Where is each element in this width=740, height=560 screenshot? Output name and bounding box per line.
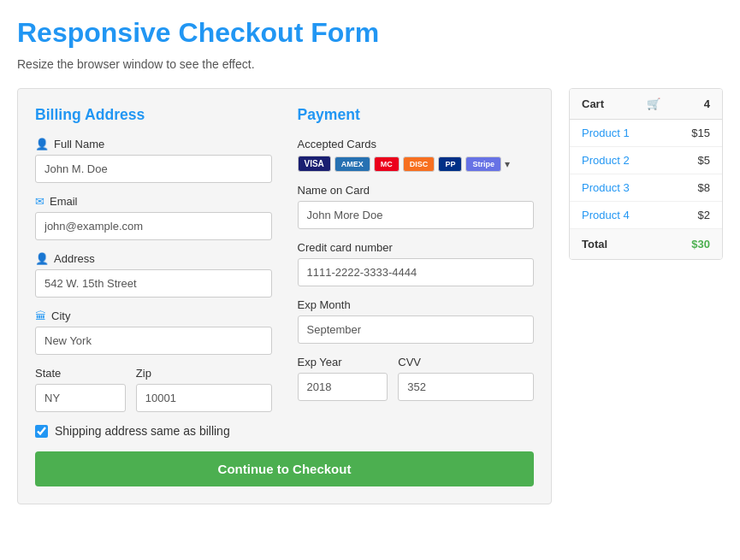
exp-month-label: Exp Month [298,298,535,311]
cart-item-2-price: $5 [698,154,710,167]
cart-item-3: Product 3 $8 [570,174,722,202]
name-on-card-input[interactable] [298,201,535,229]
cart-icon: 🛒 [647,97,660,110]
cart-item-4: Product 4 $2 [570,202,722,229]
payment-column: Payment Accepted Cards VISA AMEX MC DISC… [298,106,535,438]
accepted-cards-group: Accepted Cards VISA AMEX MC DISC PP Stri… [298,138,535,172]
address-group: 👤 Address [35,252,272,298]
full-name-group: 👤 Full Name [35,138,272,183]
state-label: State [35,367,126,380]
form-container: Billing Address 👤 Full Name ✉ Email [17,88,552,504]
name-on-card-label: Name on Card [298,184,535,197]
exp-month-group: Exp Month [298,298,535,344]
shipping-same-checkbox[interactable] [35,425,48,438]
address-label: 👤 Address [35,252,272,265]
state-zip-row: State Zip [35,367,272,412]
mastercard-card: MC [374,156,400,172]
shipping-checkbox-row: Shipping address same as billing [35,424,272,438]
payment-title: Payment [298,106,535,124]
cvv-group: CVV [398,356,534,401]
cart-item-count: 4 [704,97,710,110]
zip-group: Zip [136,367,272,412]
accepted-cards-label: Accepted Cards [298,138,535,150]
cart-item-4-name[interactable]: Product 4 [582,209,630,221]
main-layout: Billing Address 👤 Full Name ✉ Email [17,88,723,504]
state-input[interactable] [35,384,126,412]
exp-year-group: Exp Year [298,356,388,401]
cart-item-1-price: $15 [691,127,710,139]
email-icon: ✉ [35,195,44,208]
cvv-input[interactable] [398,373,534,401]
exp-year-input[interactable] [298,373,388,401]
credit-card-input[interactable] [298,258,535,286]
zip-input[interactable] [136,384,272,412]
more-cards: ▾ [505,158,510,170]
discover-card: DISC [403,156,435,172]
page-subtitle: Resize the browser window to see the eff… [17,57,723,71]
address-icon: 👤 [35,252,49,265]
cart-item-3-name[interactable]: Product 3 [582,181,630,194]
email-label: ✉ Email [35,195,272,208]
full-name-label: 👤 Full Name [35,138,272,150]
city-icon: 🏛 [35,309,46,322]
cart-label: Cart [582,97,604,110]
zip-label: Zip [136,367,272,380]
name-on-card-group: Name on Card [298,184,535,229]
city-input[interactable] [35,327,272,355]
cart-item-3-price: $8 [698,181,710,194]
user-icon: 👤 [35,138,49,150]
cart-item-2-name[interactable]: Product 2 [582,154,630,167]
cvv-label: CVV [398,356,534,368]
cart-total-row: Total $30 [570,229,722,259]
cart-header: Cart 🛒 4 [570,89,722,120]
paypal-card: PP [438,156,462,172]
email-input[interactable] [35,212,272,240]
cart-item-1: Product 1 $15 [570,120,722,147]
state-group: State [35,367,126,412]
exp-year-cvv-row: Exp Year CVV [298,356,535,401]
exp-year-label: Exp Year [298,356,388,368]
form-columns: Billing Address 👤 Full Name ✉ Email [35,106,534,438]
shipping-same-label: Shipping address same as billing [55,424,230,438]
total-amount: $30 [691,238,710,251]
cart-item-4-price: $2 [698,209,710,221]
full-name-input[interactable] [35,155,272,183]
credit-card-group: Credit card number [298,241,535,286]
cards-row: VISA AMEX MC DISC PP Stripe ▾ [298,156,535,172]
amex-card: AMEX [334,156,370,172]
page-title: Responsive Checkout Form [17,17,723,49]
visa-card: VISA [298,156,331,172]
city-label: 🏛 City [35,309,272,322]
stripe-card: Stripe [465,156,501,172]
cart-item-1-name[interactable]: Product 1 [582,127,630,139]
billing-title: Billing Address [35,106,272,124]
cart-item-2: Product 2 $5 [570,147,722,174]
email-group: ✉ Email [35,195,272,240]
credit-card-label: Credit card number [298,241,535,254]
address-input[interactable] [35,269,272,298]
exp-month-input[interactable] [298,315,535,344]
total-label: Total [582,238,607,251]
cart-sidebar: Cart 🛒 4 Product 1 $15 Product 2 $5 Prod… [569,88,723,260]
billing-column: Billing Address 👤 Full Name ✉ Email [35,106,272,438]
checkout-button[interactable]: Continue to Checkout [35,451,534,486]
city-group: 🏛 City [35,309,272,355]
